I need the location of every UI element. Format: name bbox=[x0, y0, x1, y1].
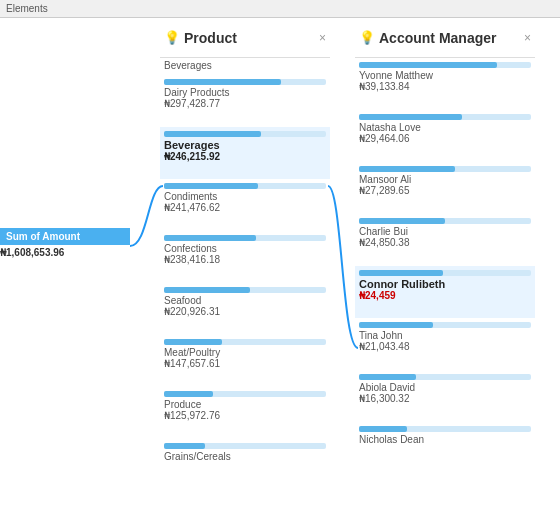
account-item-value: ₦39,133.84 bbox=[359, 81, 531, 92]
product-item-name: Seafood bbox=[164, 295, 326, 306]
account-bar bbox=[359, 62, 497, 68]
account-bar bbox=[359, 374, 416, 380]
account-item-name: Connor Rulibeth bbox=[359, 278, 531, 290]
account-item-value: ₦24,459 bbox=[359, 290, 531, 301]
product-list-item[interactable]: Dairy Products₦297,428.77 bbox=[160, 75, 330, 127]
product-bar bbox=[164, 443, 205, 449]
product-bar-bg bbox=[164, 391, 326, 397]
product-column: 💡 Product × Beverages Dairy Products₦297… bbox=[160, 18, 330, 491]
account-list-item[interactable]: Natasha Love₦29,464.06 bbox=[355, 110, 535, 162]
product-bar-bg bbox=[164, 131, 326, 137]
account-bar-bg bbox=[359, 114, 531, 120]
account-item-name: Abiola David bbox=[359, 382, 531, 393]
product-bar bbox=[164, 235, 256, 241]
product-list-item[interactable]: Condiments₦241,476.62 bbox=[160, 179, 330, 231]
account-list-item[interactable]: Mansoor Ali₦27,289.65 bbox=[355, 162, 535, 214]
account-col-header: 💡 Account Manager × bbox=[355, 18, 535, 58]
product-item-name: Grains/Cereals bbox=[164, 451, 326, 462]
product-bar-bg bbox=[164, 79, 326, 85]
account-list-item[interactable]: Nicholas Dean bbox=[355, 422, 535, 474]
product-item-name: Meat/Poultry bbox=[164, 347, 326, 358]
product-item-name: Confections bbox=[164, 243, 326, 254]
product-item-name: Condiments bbox=[164, 191, 326, 202]
account-item-value: ₦21,043.48 bbox=[359, 341, 531, 352]
account-bar bbox=[359, 322, 433, 328]
account-bar-bg bbox=[359, 374, 531, 380]
product-col-header: 💡 Product × bbox=[160, 18, 330, 58]
product-list-item[interactable]: Seafood₦220,926.31 bbox=[160, 283, 330, 335]
main-area: Sum of Amount ₦1,608,653.96 💡 Product × … bbox=[0, 18, 560, 522]
product-item-name: Beverages bbox=[164, 139, 326, 151]
sum-block: Sum of Amount ₦1,608,653.96 bbox=[0, 228, 130, 258]
product-bar-bg bbox=[164, 443, 326, 449]
account-bar-bg bbox=[359, 62, 531, 68]
product-selected-chip: Beverages bbox=[160, 58, 330, 75]
product-list-item[interactable]: Confections₦238,416.18 bbox=[160, 231, 330, 283]
product-bar bbox=[164, 287, 250, 293]
product-item-value: ₦147,657.61 bbox=[164, 358, 326, 369]
product-icon: 💡 bbox=[164, 30, 180, 45]
product-bar bbox=[164, 131, 261, 137]
account-bar-bg bbox=[359, 218, 531, 224]
product-list-item[interactable]: Grains/Cereals bbox=[160, 439, 330, 491]
account-item-value: ₦24,850.38 bbox=[359, 237, 531, 248]
product-bar bbox=[164, 79, 281, 85]
account-list-item[interactable]: Connor Rulibeth₦24,459 bbox=[355, 266, 535, 318]
account-items-list: Yvonne Matthew₦39,133.84Natasha Love₦29,… bbox=[355, 58, 535, 474]
account-list-item[interactable]: Abiola David₦16,300.32 bbox=[355, 370, 535, 422]
account-list-item[interactable]: Charlie Bui₦24,850.38 bbox=[355, 214, 535, 266]
product-item-value: ₦246,215.92 bbox=[164, 151, 326, 162]
account-item-name: Yvonne Matthew bbox=[359, 70, 531, 81]
product-bar-bg bbox=[164, 339, 326, 345]
product-item-value: ₦297,428.77 bbox=[164, 98, 326, 109]
account-col-close[interactable]: × bbox=[524, 31, 531, 45]
product-item-value: ₦125,972.76 bbox=[164, 410, 326, 421]
sum-value: ₦1,608,653.96 bbox=[0, 245, 130, 258]
account-item-name: Tina John bbox=[359, 330, 531, 341]
account-col-title: Account Manager bbox=[379, 30, 520, 46]
account-bar bbox=[359, 218, 445, 224]
product-item-name: Dairy Products bbox=[164, 87, 326, 98]
product-bar-bg bbox=[164, 183, 326, 189]
product-bar bbox=[164, 183, 258, 189]
product-bar-bg bbox=[164, 235, 326, 241]
account-bar-bg bbox=[359, 270, 531, 276]
account-item-value: ₦27,289.65 bbox=[359, 185, 531, 196]
account-item-value: ₦16,300.32 bbox=[359, 393, 531, 404]
account-icon: 💡 bbox=[359, 30, 375, 45]
product-item-value: ₦241,476.62 bbox=[164, 202, 326, 213]
account-bar-bg bbox=[359, 166, 531, 172]
product-bar-bg bbox=[164, 287, 326, 293]
account-item-name: Charlie Bui bbox=[359, 226, 531, 237]
product-bar bbox=[164, 339, 222, 345]
account-bar bbox=[359, 166, 455, 172]
product-col-close[interactable]: × bbox=[319, 31, 326, 45]
top-bar-label: Elements bbox=[6, 3, 48, 14]
account-item-name: Nicholas Dean bbox=[359, 434, 531, 445]
account-bar-bg bbox=[359, 426, 531, 432]
account-list-item[interactable]: Tina John₦21,043.48 bbox=[355, 318, 535, 370]
account-item-value: ₦29,464.06 bbox=[359, 133, 531, 144]
account-bar-bg bbox=[359, 322, 531, 328]
account-item-name: Mansoor Ali bbox=[359, 174, 531, 185]
product-item-name: Produce bbox=[164, 399, 326, 410]
product-list-item[interactable]: Produce₦125,972.76 bbox=[160, 387, 330, 439]
product-item-value: ₦238,416.18 bbox=[164, 254, 326, 265]
account-item-name: Natasha Love bbox=[359, 122, 531, 133]
product-items-list: Dairy Products₦297,428.77Beverages₦246,2… bbox=[160, 75, 330, 491]
account-bar bbox=[359, 426, 407, 432]
product-bar bbox=[164, 391, 213, 397]
top-bar: Elements bbox=[0, 0, 560, 18]
product-list-item[interactable]: Meat/Poultry₦147,657.61 bbox=[160, 335, 330, 387]
account-bar bbox=[359, 114, 462, 120]
sum-label: Sum of Amount bbox=[0, 228, 130, 245]
account-list-item[interactable]: Yvonne Matthew₦39,133.84 bbox=[355, 58, 535, 110]
product-list-item[interactable]: Beverages₦246,215.92 bbox=[160, 127, 330, 179]
account-bar bbox=[359, 270, 443, 276]
account-column: 💡 Account Manager × Yvonne Matthew₦39,13… bbox=[355, 18, 535, 474]
product-col-title: Product bbox=[184, 30, 315, 46]
product-item-value: ₦220,926.31 bbox=[164, 306, 326, 317]
